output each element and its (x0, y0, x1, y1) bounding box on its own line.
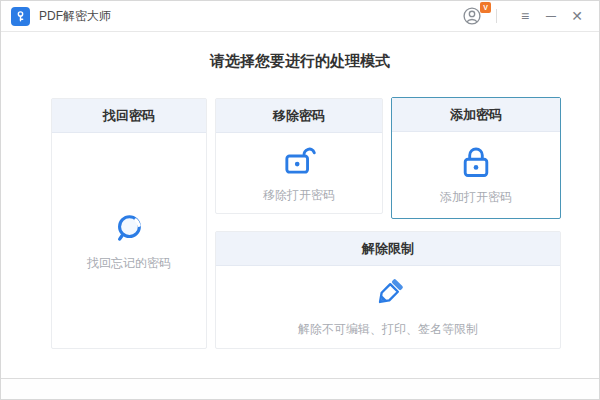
card-add-title: 添加密码 (392, 98, 560, 132)
card-unrestrict-title: 解除限制 (216, 232, 560, 266)
footer (1, 378, 599, 399)
close-button[interactable]: ✕ (567, 6, 587, 26)
card-unrestrict-body: 解除不可编辑、打印、签名等限制 (216, 266, 560, 348)
app-window: PDF解密大师 V ≡ ─ ✕ 请选择您要进行的处理模式 (0, 0, 600, 400)
titlebar-controls: V ≡ ─ ✕ (462, 6, 587, 26)
menu-button[interactable]: ≡ (515, 6, 535, 26)
card-remove-body: 移除打开密码 (216, 133, 382, 213)
card-recover-password[interactable]: 找回密码 找回忘记的密码 (51, 98, 207, 349)
card-recover-body: 找回忘记的密码 (52, 133, 206, 348)
titlebar-divider (496, 9, 497, 23)
pencil-icon (370, 276, 406, 312)
card-add-password[interactable]: 添加密码 添加打开密码 (391, 97, 561, 219)
app-title: PDF解密大师 (39, 8, 111, 25)
titlebar: PDF解密大师 V ≡ ─ ✕ (1, 1, 599, 32)
app-logo (11, 7, 30, 26)
close-icon: ✕ (571, 8, 583, 24)
magnifier-icon (111, 210, 147, 246)
card-recover-title: 找回密码 (52, 99, 206, 133)
card-add-desc: 添加打开密码 (440, 189, 512, 206)
card-remove-desc: 移除打开密码 (263, 187, 335, 204)
titlebar-left: PDF解密大师 (11, 7, 111, 26)
card-remove-password[interactable]: 移除密码 移除打开密码 (215, 98, 383, 214)
minimize-button[interactable]: ─ (541, 6, 561, 26)
key-icon (14, 10, 27, 23)
card-unrestrict-desc: 解除不可编辑、打印、签名等限制 (298, 321, 478, 338)
card-recover-desc: 找回忘记的密码 (87, 255, 171, 272)
page-title: 请选择您要进行的处理模式 (1, 52, 599, 71)
menu-icon: ≡ (521, 8, 529, 24)
user-account-button[interactable]: V (462, 6, 482, 26)
card-add-body: 添加打开密码 (392, 132, 560, 218)
lock-icon (458, 144, 494, 180)
vip-badge: V (480, 2, 491, 13)
card-remove-restrictions[interactable]: 解除限制 解除不可编辑、打印、签名等限制 (215, 231, 561, 349)
unlock-icon (281, 142, 317, 178)
card-remove-title: 移除密码 (216, 99, 382, 133)
minimize-icon: ─ (546, 8, 556, 24)
avatar-icon (462, 6, 482, 26)
